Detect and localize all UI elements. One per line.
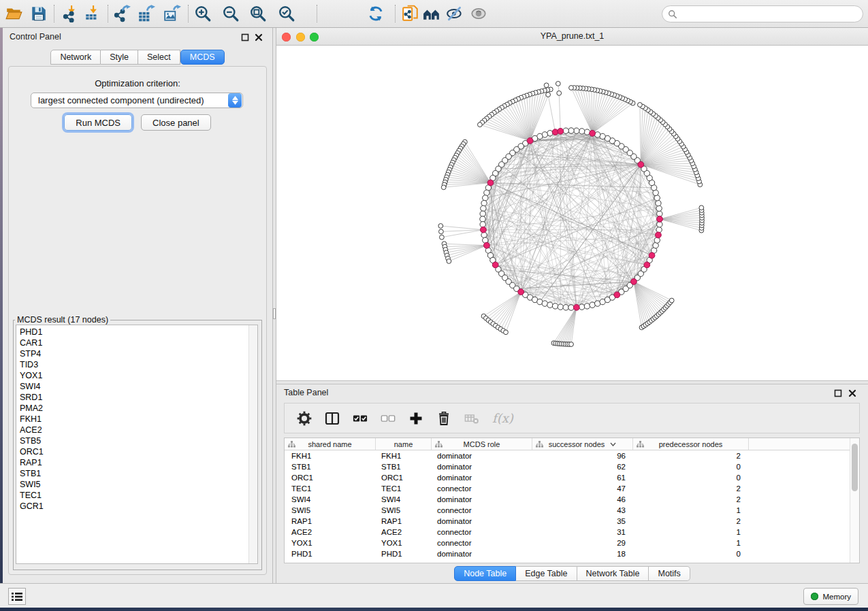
table-settings-gear-icon[interactable] [295,410,313,427]
table-cell-successor_nodes[interactable]: 43 [532,505,633,516]
table-cell-shared_name[interactable]: SWI5 [285,505,376,516]
table-cell-successor_nodes[interactable]: 47 [532,483,633,494]
table-cell-mcds_role[interactable]: dominator [432,548,532,559]
table-row[interactable]: FKH1FKH1dominator962 [285,450,850,461]
mcds-result-item[interactable]: SWI4 [16,381,248,392]
table-cell-predecessor_nodes[interactable]: 1 [633,505,749,516]
tab-select[interactable]: Select [138,50,180,65]
scrollbar-thumb[interactable] [852,444,858,491]
run-mcds-button[interactable]: Run MCDS [64,114,132,131]
table-cell-shared_name[interactable]: STB1 [285,461,376,472]
create-column-plus-icon[interactable] [407,410,425,427]
table-cell-successor_nodes[interactable]: 62 [532,461,633,472]
table-cell-mcds_role[interactable]: connector [432,483,532,494]
zoom-out-button[interactable] [221,3,242,24]
table-cell-predecessor_nodes[interactable]: 0 [633,472,749,483]
mcds-result-item[interactable]: ORC1 [16,446,248,457]
mcds-result-item[interactable]: STB5 [16,435,248,446]
close-panel-button[interactable]: Close panel [141,114,211,131]
table-row[interactable]: ORC1ORC1dominator610 [285,472,850,483]
table-cell-name[interactable]: SWI4 [376,494,432,505]
highlight-view-button[interactable] [469,3,489,24]
search-input[interactable] [677,7,863,21]
export-image-button[interactable] [163,3,183,24]
memory-button[interactable]: Memory [803,588,858,605]
mcds-result-item[interactable]: FKH1 [16,414,248,425]
mcds-result-item[interactable]: TID3 [16,359,248,370]
tab-network-table[interactable]: Network Table [577,566,649,581]
table-cell-shared_name[interactable]: ORC1 [285,472,376,483]
table-cell-mcds_role[interactable]: dominator [432,461,532,472]
table-cell-name[interactable]: ACE2 [376,527,432,538]
table-row[interactable]: SWI4SWI4dominator462 [285,494,850,505]
tab-style[interactable]: Style [101,50,138,65]
table-vertical-scrollbar[interactable] [850,438,859,563]
mcds-result-item[interactable]: SRD1 [16,392,248,403]
mcds-result-list[interactable]: PHD1CAR1STP4TID3YOX1SWI4SRD1PMA2FKH1ACE2… [16,327,248,563]
table-cell-name[interactable]: STB1 [376,461,432,472]
table-cell-name[interactable]: SWI5 [376,505,432,516]
table-cell-predecessor_nodes[interactable]: 0 [633,461,749,472]
zoom-in-button[interactable] [193,3,214,24]
column-header-successor-nodes[interactable]: successor nodes [532,438,633,450]
show-log-list-icon[interactable] [8,588,26,605]
mcds-result-item[interactable]: YOX1 [16,370,248,381]
table-cell-predecessor_nodes[interactable]: 2 [633,516,749,527]
table-row[interactable]: TEC1TEC1connector472 [285,483,850,494]
table-cell-shared_name[interactable]: FKH1 [285,450,376,461]
table-cell-mcds_role[interactable]: dominator [432,450,532,461]
column-header-name[interactable]: name [376,438,432,450]
table-row[interactable]: STB1STB1dominator620 [285,461,850,472]
table-cell-name[interactable]: ORC1 [376,472,432,483]
mcds-result-item[interactable]: GCR1 [16,501,248,512]
tab-mcds[interactable]: MCDS [180,50,225,65]
table-row[interactable]: RAP1RAP1dominator352 [285,516,850,527]
table-cell-mcds_role[interactable]: dominator [432,516,532,527]
apply-layout-button[interactable] [366,3,387,24]
splitter-grip[interactable] [273,308,276,319]
table-cell-mcds_role[interactable]: dominator [432,472,532,483]
column-header-mcds-role[interactable]: MCDS role [432,438,532,450]
network-canvas[interactable] [276,46,868,380]
table-cell-successor_nodes[interactable]: 29 [532,538,633,548]
graphics-details-button[interactable] [445,3,466,24]
table-cell-shared_name[interactable]: SWI4 [285,494,376,505]
birds-eye-view-button[interactable] [422,3,443,24]
table-cell-shared_name[interactable]: TEC1 [285,483,376,494]
table-cell-successor_nodes[interactable]: 35 [532,516,633,527]
table-cell-name[interactable]: PHD1 [376,548,432,559]
save-button[interactable] [29,3,50,24]
export-table-button[interactable] [137,3,157,24]
criterion-select[interactable]: largest connected component (undirected) [31,93,243,108]
table-cell-mcds_role[interactable]: connector [432,505,532,516]
network-graph[interactable] [276,46,868,380]
tab-node-table[interactable]: Node Table [454,566,516,581]
delete-column-trash-icon[interactable] [435,410,453,427]
table-cell-successor_nodes[interactable]: 31 [532,527,633,538]
import-table-button[interactable] [83,3,103,24]
tab-motifs[interactable]: Motifs [649,566,690,581]
table-row[interactable]: PHD1PHD1dominator180 [285,548,850,559]
mcds-result-item[interactable]: RAP1 [16,457,248,468]
table-cell-name[interactable]: RAP1 [376,516,432,527]
tab-edge-table[interactable]: Edge Table [516,566,577,581]
table-cell-shared_name[interactable]: PHD1 [285,548,376,559]
table-cell-shared_name[interactable]: YOX1 [285,538,376,548]
table-cell-mcds_role[interactable]: connector [432,538,532,548]
show-column-panel-icon[interactable] [323,410,341,427]
table-cell-predecessor_nodes[interactable]: 1 [633,538,749,548]
table-cell-predecessor_nodes[interactable]: 1 [633,527,749,538]
mcds-result-item[interactable]: CAR1 [16,337,248,348]
table-cell-name[interactable]: TEC1 [376,483,432,494]
mcds-result-item[interactable]: ACE2 [16,425,248,435]
table-cell-successor_nodes[interactable]: 46 [532,494,633,505]
table-cell-successor_nodes[interactable]: 61 [532,472,633,483]
mcds-result-item[interactable]: PMA2 [16,403,248,414]
table-cell-predecessor_nodes[interactable]: 2 [633,494,749,505]
select-all-columns-icon[interactable] [351,410,369,427]
column-header-predecessor-nodes[interactable]: predecessor nodes [633,438,749,450]
mcds-result-item[interactable]: TEC1 [16,490,248,501]
export-web-page-button[interactable] [401,3,421,24]
table-cell-mcds_role[interactable]: connector [432,527,532,538]
open-file-button[interactable] [5,3,25,24]
